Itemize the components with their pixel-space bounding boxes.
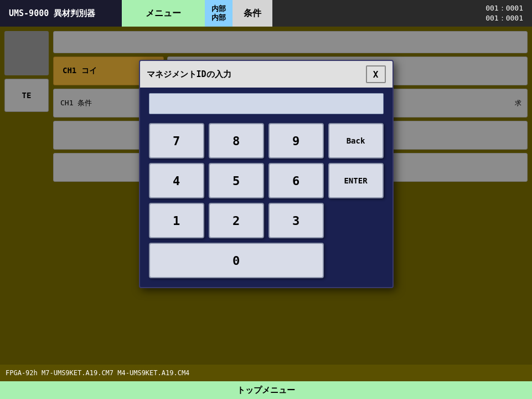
- menu-button[interactable]: メニュー: [122, 0, 205, 27]
- footer-menu-button[interactable]: トップメニュー: [0, 381, 532, 399]
- keypad: 7 8 9 Back 4 5 6: [140, 119, 392, 287]
- keypad-7-button[interactable]: 7: [149, 123, 204, 158]
- keypad-1-button[interactable]: 1: [149, 203, 204, 238]
- header: UMS-9000 異材判別器 メニュー 内部 内部 条件 001：0001 00…: [0, 0, 532, 27]
- keypad-enter-button[interactable]: ENTER: [328, 163, 384, 198]
- keypad-0-button[interactable]: 0: [149, 243, 324, 278]
- naibu-button[interactable]: 内部 内部: [205, 0, 233, 27]
- bottom-info: FPGA-92h M7-UMS9KET.A19.CM7 M4-UMS9KET.A…: [0, 365, 532, 381]
- header-spacer: [272, 0, 477, 27]
- main-area: TE CH1 コイ IE CH1 条件 求: [0, 27, 532, 365]
- modal-close-button[interactable]: X: [366, 65, 386, 83]
- management-id-input[interactable]: [149, 93, 384, 114]
- modal-overlay: マネジメントIDの入力 X 7 8 9: [0, 27, 532, 365]
- modal-title: マネジメントIDの入力: [147, 69, 231, 80]
- app-title: UMS-9000 異材判別器: [0, 0, 122, 27]
- keypad-2-button[interactable]: 2: [209, 203, 264, 238]
- modal-input-area: [140, 88, 392, 119]
- modal-header: マネジメントIDの入力 X: [140, 61, 392, 88]
- keypad-5-button[interactable]: 5: [209, 163, 264, 198]
- keypad-4-button[interactable]: 4: [149, 163, 204, 198]
- keypad-3-button[interactable]: 3: [268, 203, 324, 238]
- management-id-modal: マネジメントIDの入力 X 7 8 9: [139, 60, 394, 288]
- joken-button[interactable]: 条件: [233, 0, 272, 27]
- header-ids: 001：0001 001：0001: [477, 0, 532, 27]
- keypad-8-button[interactable]: 8: [209, 123, 264, 158]
- keypad-back-button[interactable]: Back: [328, 123, 384, 158]
- keypad-6-button[interactable]: 6: [268, 163, 324, 198]
- keypad-9-button[interactable]: 9: [268, 123, 324, 158]
